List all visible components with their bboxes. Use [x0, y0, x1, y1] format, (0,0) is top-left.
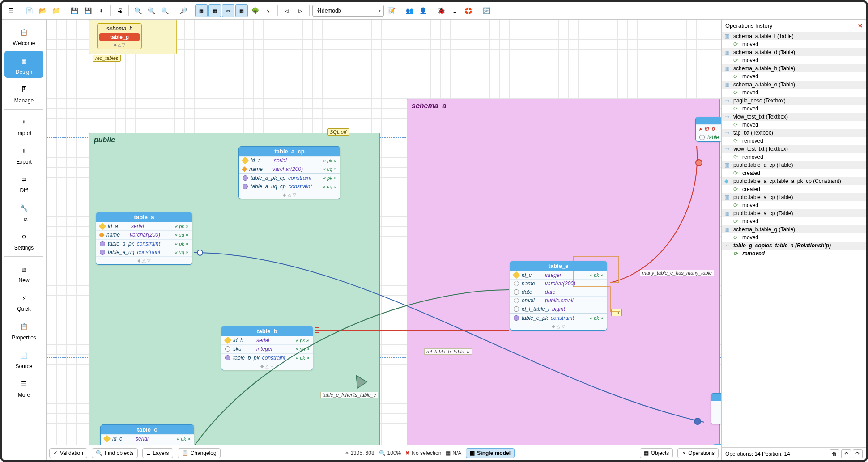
op-action-row[interactable]: ⟳created: [722, 185, 866, 193]
zoom-fit-icon[interactable]: 🔍: [145, 4, 157, 17]
role-icon[interactable]: 👤: [417, 4, 429, 17]
op-action-row[interactable]: ⟳created: [722, 169, 866, 177]
op-object-row[interactable]: ▥public.table_a_cp (Table): [722, 209, 866, 217]
op-action-row[interactable]: ⟳removed: [722, 250, 866, 258]
op-object-row[interactable]: ▥schema_a.table_e (Table): [722, 81, 866, 89]
recent-file-icon[interactable]: 📁: [50, 4, 62, 17]
rel-label-h-a[interactable]: rel_table_h_table_a: [424, 348, 472, 355]
red-tables-tag[interactable]: red_tables: [93, 55, 121, 62]
sidebar-item-diff[interactable]: ⇄ Diff: [4, 170, 43, 196]
single-model-button[interactable]: ▣Single model: [466, 448, 515, 458]
operations-tab[interactable]: ⚬Operations: [677, 448, 719, 458]
table-c[interactable]: table_c id_cserial« pk » namevarchar(200…: [100, 424, 194, 445]
grid-large-icon[interactable]: ▦: [208, 4, 221, 17]
nav-prev-icon[interactable]: ◁: [281, 4, 293, 17]
edge-box-2[interactable]: [713, 444, 721, 445]
refresh-icon[interactable]: 🔄: [480, 4, 493, 17]
open-file-icon[interactable]: 📂: [36, 4, 49, 17]
sidebar-item-export[interactable]: ⬆ Export: [4, 141, 43, 168]
op-action-row[interactable]: ⟳moved: [722, 72, 866, 81]
sidebar-item-new[interactable]: ▧ New: [4, 259, 43, 286]
sql-off-tag[interactable]: SQL off: [327, 128, 349, 136]
table-b[interactable]: table_b id_bserial« pk » skuinteger« nn …: [221, 326, 313, 370]
sidebar-item-welcome[interactable]: 📋 Welcome: [4, 22, 43, 49]
sidebar-item-more[interactable]: ☰ More: [4, 374, 43, 401]
snap-icon[interactable]: ✂: [222, 4, 234, 17]
export-icon[interactable]: ⬇: [95, 4, 107, 17]
compact-icon[interactable]: ⇲: [262, 4, 275, 17]
sidebar-item-manage[interactable]: 🗄 Manage: [4, 80, 43, 106]
help-icon[interactable]: 🛟: [462, 4, 474, 17]
close-icon[interactable]: ✕: [858, 22, 863, 29]
edge-box-1[interactable]: [711, 393, 721, 424]
zoom-select-icon[interactable]: 🔎: [177, 4, 189, 17]
database-combo[interactable]: 🗄 demodb ▾: [312, 5, 384, 17]
rel-label-many-e[interactable]: many_table_e_has_many_table: [640, 270, 714, 276]
print-icon[interactable]: 🖨: [113, 4, 126, 17]
changelog-button[interactable]: 📋Changelog: [178, 448, 221, 458]
menu-icon[interactable]: ☰: [4, 4, 17, 17]
op-action-row[interactable]: ⟳removed: [722, 153, 866, 161]
cloud-icon[interactable]: ☁: [448, 4, 461, 17]
op-action-row[interactable]: ⟳removed: [722, 137, 866, 145]
sidebar-item-design[interactable]: ▦ Design: [4, 51, 43, 78]
operations-list[interactable]: ▥schema_a.table_f (Table)⟳moved▥schema_a…: [722, 32, 866, 447]
validation-button[interactable]: ✓Validation: [49, 448, 87, 458]
op-object-row[interactable]: ▥schema_a.table_h (Table): [722, 64, 866, 72]
zoom-out-icon[interactable]: 🔍: [132, 4, 144, 17]
design-canvas[interactable]: public schema_a schema_b table_g ◆ △ ▽ r…: [47, 20, 721, 445]
guides-icon[interactable]: ▦: [235, 4, 248, 17]
sidebar-item-label: Quick: [17, 306, 31, 312]
op-action-row[interactable]: ⟳moved: [722, 105, 866, 113]
op-action-row[interactable]: ⟳moved: [722, 40, 866, 48]
op-object-row[interactable]: ▭view_test_txt (Textbox): [722, 113, 866, 121]
nav-next-icon[interactable]: ▷: [294, 4, 306, 17]
op-action-row[interactable]: ⟳moved: [722, 233, 866, 242]
sidebar-item-import[interactable]: ⬇ Import: [4, 112, 43, 139]
table-a-cp[interactable]: table_a_cp id_aserial« pk » namevarchar(…: [238, 146, 340, 199]
tree-icon[interactable]: 🌳: [249, 4, 261, 17]
op-object-row[interactable]: ▥public.table_a_cp (Table): [722, 161, 866, 169]
op-object-row[interactable]: ◆public.table_a_cp.table_a_pk_cp (Constr…: [722, 177, 866, 185]
op-object-row[interactable]: ▭view_test_txt (Textbox): [722, 145, 866, 153]
bug-icon[interactable]: 🐞: [435, 4, 447, 17]
table-title: table_e: [510, 261, 607, 271]
op-action-row[interactable]: ⟳moved: [722, 217, 866, 225]
objects-tab[interactable]: ▦Objects: [640, 448, 673, 458]
sidebar-item-settings[interactable]: ⚙ Settings: [4, 227, 43, 254]
op-object-row[interactable]: ▥schema_a.table_f (Table): [722, 32, 866, 40]
op-object-row[interactable]: ↔table_g_copies_table_a (Relationship): [722, 242, 866, 250]
trash-icon[interactable]: 🗑: [830, 449, 839, 458]
op-action-row[interactable]: ⟳moved: [722, 201, 866, 209]
edge-table-frag[interactable]: ▸id_b_ table: [695, 117, 721, 142]
op-object-row[interactable]: ▥public.table_a_cp (Table): [722, 193, 866, 201]
op-item-label: moved: [742, 89, 758, 96]
zoom-in-icon[interactable]: 🔍: [158, 4, 171, 17]
rel-label-inherit[interactable]: table_e_inherits_table_c: [320, 392, 378, 398]
op-object-row[interactable]: ▥schema_b.table_g (Table): [722, 225, 866, 233]
zoom-level[interactable]: 🔍100%: [379, 450, 401, 456]
op-action-row[interactable]: ⟳moved: [722, 121, 866, 129]
grid-small-icon[interactable]: ▦: [195, 4, 208, 17]
edit-db-icon[interactable]: 📝: [385, 4, 397, 17]
op-object-row[interactable]: ▭pagila_desc (Textbox): [722, 97, 866, 105]
sidebar-item-quick[interactable]: ⚡ Quick: [4, 288, 43, 315]
users-icon[interactable]: 👥: [403, 4, 416, 17]
layers-button[interactable]: ≣Layers: [142, 448, 173, 458]
redo-icon[interactable]: ↷: [853, 449, 863, 458]
op-action-row[interactable]: ⟳moved: [722, 56, 866, 64]
table-e[interactable]: table_e id_cinteger« pk » namevarchar(20…: [510, 261, 607, 331]
undo-icon[interactable]: ↶: [841, 449, 851, 458]
schema-b-box[interactable]: schema_b table_g ◆ △ ▽: [97, 23, 142, 49]
op-action-row[interactable]: ⟳moved: [722, 89, 866, 97]
new-file-icon[interactable]: 📄: [23, 4, 35, 17]
op-object-row[interactable]: ▥schema_a.table_d (Table): [722, 48, 866, 56]
sidebar-item-properties[interactable]: 📋 Properties: [4, 317, 43, 343]
save-icon[interactable]: 💾: [68, 4, 81, 17]
save-as-icon[interactable]: 💾: [81, 4, 94, 17]
sidebar-item-source[interactable]: 📄 Source: [4, 345, 43, 372]
table-a[interactable]: table_a id_aserial« pk » namevarchar(200…: [96, 212, 192, 265]
sidebar-item-fix[interactable]: 🔧 Fix: [4, 198, 43, 225]
find-objects-button[interactable]: 🔍Find objects: [92, 448, 138, 458]
op-object-row[interactable]: ▭tag_txt (Textbox): [722, 129, 866, 137]
